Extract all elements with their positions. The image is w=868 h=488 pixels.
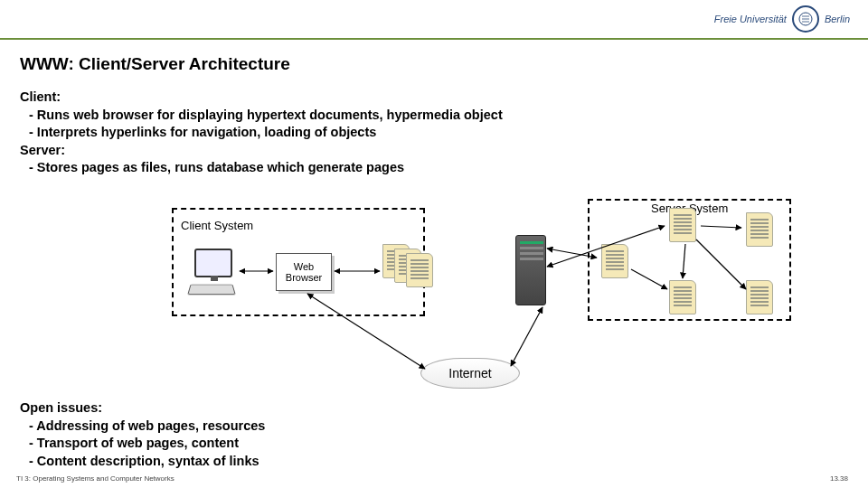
document-icon	[746, 280, 773, 314]
internet-label: Internet	[448, 366, 491, 380]
document-icon	[746, 212, 773, 247]
slide-title: WWW: Client/Server Architecture	[20, 54, 290, 74]
web-browser-box: Web Browser	[276, 253, 332, 291]
issue-bullet-2: - Transport of web pages, content	[20, 435, 265, 453]
open-issues-heading: Open issues:	[20, 399, 265, 418]
footer-page-number: 13.38	[830, 474, 848, 483]
content-block-bottom: Open issues: - Addressing of web pages, …	[20, 399, 265, 470]
issue-bullet-3: - Content description, syntax of links	[20, 453, 265, 471]
computer-icon	[185, 249, 240, 298]
client-heading: Client:	[20, 89, 503, 107]
document-icon	[601, 244, 628, 278]
logo-text: Freie Universität	[714, 14, 787, 24]
seal-icon	[792, 5, 819, 33]
issue-bullet-1: - Addressing of web pages, resources	[20, 418, 265, 436]
logo-city: Berlin	[825, 14, 850, 24]
header-divider	[0, 38, 868, 40]
document-icon	[669, 208, 696, 242]
university-logo: Freie Universität Berlin	[714, 5, 850, 33]
server-bullet-1: - Stores pages as files, runs database w…	[20, 159, 503, 177]
internet-cloud: Internet	[420, 358, 520, 389]
content-block-top: Client: - Runs web browser for displayin…	[20, 89, 503, 177]
server-heading: Server:	[20, 142, 503, 160]
client-bullet-1: - Runs web browser for displaying hypert…	[20, 107, 503, 125]
footer-course: TI 3: Operating Systems and Computer Net…	[16, 474, 175, 483]
client-bullet-2: - Interprets hyperlinks for navigation, …	[20, 124, 503, 142]
architecture-diagram: Client System Server System Web Browser	[172, 199, 805, 330]
document-icon	[406, 253, 433, 287]
client-system-label: Client System	[181, 219, 253, 232]
document-icon	[669, 280, 696, 314]
server-tower-icon	[515, 235, 546, 305]
